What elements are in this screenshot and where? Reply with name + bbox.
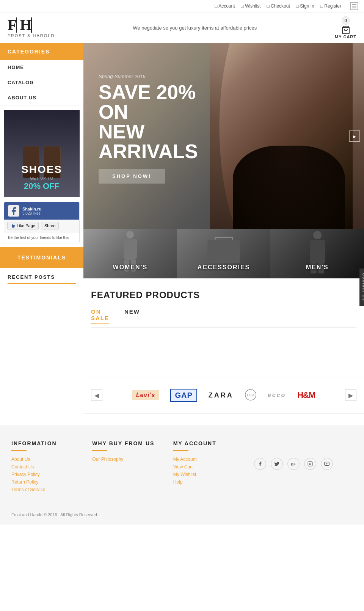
accessories-image	[177, 229, 271, 278]
mobile-menu-icon[interactable]	[350, 2, 358, 10]
sidebar-promo: SHOES GET UP TO 20% OFF	[4, 110, 80, 197]
svg-rect-3	[308, 462, 312, 466]
footer-viewcart-link[interactable]: View Cart	[173, 464, 239, 470]
sidebar-nav: HOME CATALOG ABOUT US	[0, 60, 83, 105]
brands-next-button[interactable]: ▶	[345, 390, 356, 401]
footer-info-underline	[11, 450, 27, 451]
contact-us-tab[interactable]: Contact Us	[359, 268, 364, 305]
cart-count: 0	[342, 16, 350, 25]
hero-line3: NEW	[99, 122, 198, 141]
nav-catalog[interactable]: CATALOG	[0, 75, 83, 90]
logo[interactable]: F H Frost & Harold	[8, 17, 55, 38]
brand-polo[interactable]: POLO	[245, 389, 256, 402]
nav-about[interactable]: ABOUT US	[0, 90, 83, 105]
svg-marker-5	[326, 463, 328, 465]
recent-posts-section: RECENT POSTS	[0, 268, 83, 294]
category-accessories[interactable]: ACCESSORIES	[177, 229, 271, 278]
categories-header: CATEGORIES	[0, 43, 83, 60]
brand-hm[interactable]: H&M	[297, 390, 315, 400]
footer-privacy-link[interactable]: Privacy Policy	[11, 472, 77, 477]
womens-label: WOMEN'S	[83, 264, 177, 271]
checkout-link[interactable]: □ Checkout	[267, 3, 290, 9]
social-instagram[interactable]	[304, 458, 316, 470]
footer-about-link[interactable]: About Us	[11, 457, 77, 462]
footer-terms-link[interactable]: Terms of Service	[11, 487, 77, 492]
brand-ecco[interactable]: ecco	[268, 392, 286, 399]
cart-icon	[341, 25, 350, 35]
testimonials-header: TESTIMONIALS	[0, 247, 83, 268]
facebook-widget: Shakin.ru 5,029 likes Like Page Share Be…	[4, 202, 80, 243]
hero-season: Spring-Summer 2016	[99, 74, 198, 79]
social-icons: g+	[254, 458, 353, 470]
nav-home[interactable]: HOME	[0, 60, 83, 75]
fb-logo	[8, 205, 19, 217]
mens-label: MEN'S	[270, 264, 364, 271]
accessories-label: ACCESSORIES	[177, 264, 271, 271]
brands-list: Levi's GAP ZARA POLO ecco H&M	[110, 389, 337, 402]
footer-myaccount-link[interactable]: My Account	[173, 457, 239, 462]
footer-why-col: WHY BUY FROM US Our Philosophy	[92, 440, 158, 495]
hero-line4: ARRIVALS	[99, 141, 198, 161]
fb-buttons: Like Page Share	[4, 220, 79, 232]
fb-page-name: Shakin.ru	[22, 207, 41, 211]
footer-top: INFORMATION About Us Contact Us Privacy …	[11, 440, 353, 506]
womens-image	[83, 229, 177, 278]
footer-bottom: Frost and Harold © 2016 . All Rights Res…	[11, 506, 353, 517]
cart-label: MY CART	[335, 35, 356, 39]
social-facebook[interactable]	[254, 458, 266, 470]
category-mens[interactable]: MEN'S	[270, 229, 364, 278]
social-youtube[interactable]	[321, 458, 333, 470]
footer-info-title: INFORMATION	[11, 440, 77, 446]
brand-gap[interactable]: GAP	[170, 389, 197, 402]
main-layout: CATEGORIES HOME CATALOG ABOUT US	[0, 43, 364, 418]
wishlist-link[interactable]: □ Wishlist	[241, 3, 261, 9]
brands-prev-button[interactable]: ◀	[91, 390, 102, 401]
footer-why-underline	[92, 450, 107, 451]
footer-why-title: WHY BUY FROM US	[92, 440, 158, 446]
category-tiles: WOMEN'S ACCESSORIES	[83, 229, 364, 278]
recent-posts-title: RECENT POSTS	[8, 274, 76, 284]
footer-account-col: MY ACCOUNT My Account View Cart My Wishl…	[173, 440, 239, 495]
account-link[interactable]: □ Account	[215, 3, 235, 9]
top-bar: □ Account □ Wishlist □ Checkout □ Sign I…	[0, 0, 364, 13]
logo-name: Frost & Harold	[8, 33, 55, 38]
footer-return-link[interactable]: Return Policy	[11, 479, 77, 485]
brand-levis[interactable]: Levi's	[132, 390, 159, 400]
main-content: Spring-Summer 2016 SAVE 20% ON NEW ARRIV…	[83, 43, 364, 418]
footer: INFORMATION About Us Contact Us Privacy …	[0, 425, 364, 525]
brand-zara[interactable]: ZARA	[209, 391, 234, 399]
mens-image	[270, 229, 364, 278]
register-link[interactable]: □ Register	[320, 3, 341, 9]
footer-help-link[interactable]: Help	[173, 479, 239, 485]
hero-line1: SAVE 20%	[99, 82, 198, 102]
hero-next-arrow[interactable]: ▸	[349, 130, 360, 142]
tab-new[interactable]: NEW	[124, 308, 140, 324]
category-womens[interactable]: WOMEN'S	[83, 229, 177, 278]
top-bar-links: □ Account □ Wishlist □ Checkout □ Sign I…	[215, 2, 358, 10]
footer-contact-link[interactable]: Contact Us	[11, 464, 77, 470]
promo-discount-text: 20% OFF	[21, 181, 62, 191]
cart-button[interactable]: 0 MY CART	[335, 16, 356, 39]
hero-text: Spring-Summer 2016 SAVE 20% ON NEW ARRIV…	[99, 74, 198, 184]
copyright-text: Frost and Harold © 2016 . All Rights Res…	[11, 512, 98, 517]
promo-get-text: GET UP TO	[21, 176, 62, 181]
header-tagline: We negotiate so you get luxury items at …	[55, 25, 335, 31]
tab-on-sale[interactable]: ONSALE	[91, 308, 109, 324]
footer-info-col: INFORMATION About Us Contact Us Privacy …	[11, 440, 77, 495]
footer-social-col: g+	[254, 440, 353, 495]
logo-letters: F H	[8, 17, 32, 33]
svg-text:POLO: POLO	[247, 394, 254, 396]
fb-footer-text: Be the first of your friends to like thi…	[4, 232, 79, 243]
social-gplus[interactable]: g+	[287, 458, 300, 470]
fb-share-button[interactable]: Share	[41, 222, 59, 229]
hero-beard	[233, 146, 345, 229]
footer-mywishlist-link[interactable]: My Wishlist	[173, 472, 239, 477]
signin-link[interactable]: □ Sign In	[296, 3, 314, 9]
hero-cta-button[interactable]: SHOP NOW!	[99, 169, 165, 184]
brands-section: ◀ Levi's GAP ZARA POLO ecco H&M ▶	[83, 377, 364, 414]
footer-philosophy-link[interactable]: Our Philosophy	[92, 457, 158, 462]
promo-shoes-text: SHOES	[21, 164, 62, 175]
fb-like-button[interactable]: Like Page	[7, 222, 39, 229]
footer-account-title: MY ACCOUNT	[173, 440, 239, 446]
social-twitter[interactable]	[271, 458, 283, 470]
